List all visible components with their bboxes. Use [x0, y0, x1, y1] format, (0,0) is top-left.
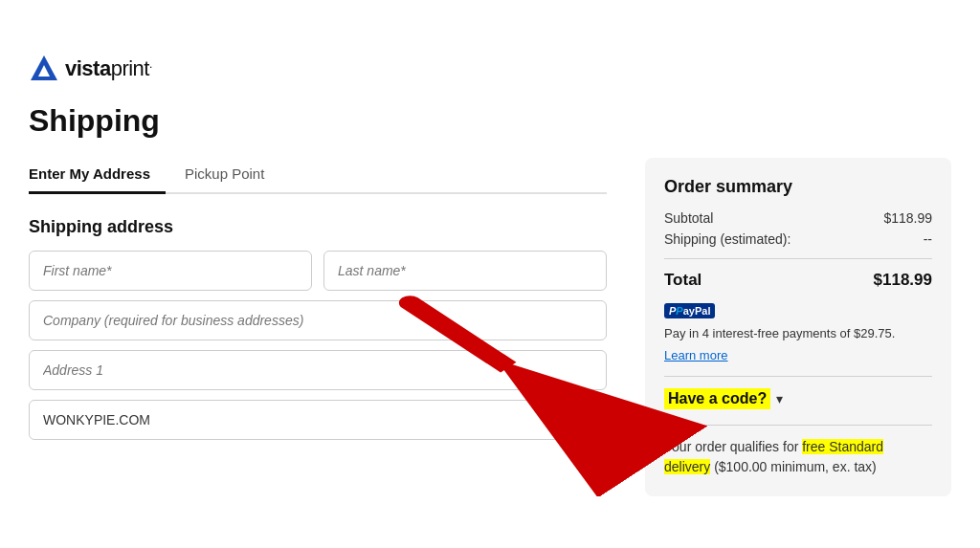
- shipping-tabs: Enter My Address Pickup Point: [29, 158, 607, 194]
- vistaprint-logo: vistaprint.: [29, 54, 152, 84]
- last-name-field: [323, 251, 607, 291]
- summary-divider-2: [664, 376, 932, 377]
- shipping-row: Shipping (estimated): --: [664, 231, 932, 247]
- have-code-button[interactable]: Have a code? ▾: [664, 388, 783, 409]
- paypal-text: Pay in 4 interest-free payments of $29.7…: [664, 326, 895, 340]
- have-code-section: Have a code? ▾: [664, 388, 932, 409]
- main-content: Enter My Address Pickup Point Shipping a…: [29, 158, 951, 496]
- total-label: Total: [664, 271, 702, 290]
- address2-input[interactable]: [29, 400, 607, 440]
- first-name-input[interactable]: [29, 251, 312, 291]
- subtotal-row: Subtotal $118.99: [664, 210, 932, 226]
- learn-more-link[interactable]: Learn more: [664, 348, 727, 362]
- paypal-learn-more-row: Learn more: [664, 348, 932, 362]
- right-column: Order summary Subtotal $118.99 Shipping …: [645, 158, 951, 496]
- left-column: Enter My Address Pickup Point Shipping a…: [29, 158, 607, 449]
- paypal-logo: PPayPal: [664, 303, 715, 318]
- subtotal-label: Subtotal: [664, 210, 713, 226]
- order-summary-title: Order summary: [664, 177, 932, 197]
- name-row: [29, 251, 607, 291]
- order-summary-box: Order summary Subtotal $118.99 Shipping …: [645, 158, 951, 496]
- total-row: Total $118.99: [664, 271, 932, 290]
- logo-icon: [29, 54, 59, 84]
- page-title: Shipping: [29, 103, 951, 139]
- address1-row: [29, 350, 607, 390]
- first-name-field: [29, 251, 312, 291]
- shipping-label: Shipping (estimated):: [664, 231, 791, 247]
- summary-divider: [664, 258, 932, 259]
- company-field: [29, 300, 607, 340]
- shipping-address-heading: Shipping address: [29, 217, 607, 237]
- tab-enter-address[interactable]: Enter My Address: [29, 158, 166, 194]
- address2-field: [29, 400, 607, 440]
- company-row: [29, 300, 607, 340]
- chevron-down-icon: ▾: [776, 391, 783, 406]
- summary-divider-3: [664, 425, 932, 426]
- tab-pickup-point[interactable]: Pickup Point: [185, 158, 279, 194]
- paypal-section: PPayPal Pay in 4 interest-free payments …: [664, 303, 932, 362]
- logo-text: vistaprint.: [65, 56, 152, 81]
- address1-field: [29, 350, 607, 390]
- subtotal-value: $118.99: [883, 210, 932, 226]
- have-code-label: Have a code?: [664, 388, 770, 409]
- address1-input[interactable]: [29, 350, 607, 390]
- free-delivery-section: Your order qualifies for free Standard d…: [664, 437, 932, 477]
- free-delivery-before: Your order qualifies for: [664, 439, 802, 454]
- shipping-value: --: [924, 231, 932, 247]
- address2-row: [29, 400, 607, 440]
- logo-header: vistaprint.: [29, 54, 951, 84]
- last-name-input[interactable]: [323, 251, 607, 291]
- total-value: $118.99: [874, 271, 932, 290]
- company-input[interactable]: [29, 300, 607, 340]
- paypal-logo-icon: PPayPal: [664, 303, 715, 318]
- free-delivery-after: ($100.00 minimum, ex. tax): [710, 459, 877, 474]
